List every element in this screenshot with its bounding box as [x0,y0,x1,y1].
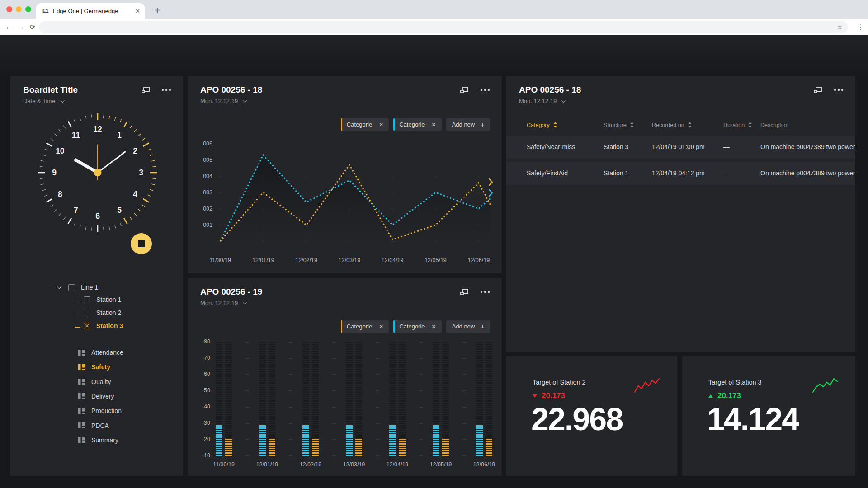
tab-title: Edge One | Germanedge [52,8,132,14]
close-window-button[interactable] [6,6,12,12]
tab-close-icon[interactable]: ✕ [135,8,140,14]
dashboard-grid-icon [78,364,85,370]
grid-dash [289,374,292,375]
grid-dash [245,439,249,440]
more-options-icon[interactable] [161,89,171,91]
clock-number: 6 [95,211,100,221]
cell-description: On machine p0047389 two power … [760,136,855,159]
sidebar-item-label: Safety [91,363,110,371]
x-axis-label: 12/06/19 [466,461,502,468]
popout-icon[interactable] [814,87,822,93]
tree-item-station-1[interactable]: Station 1 [84,296,121,303]
sidebar-item-pdca[interactable]: PDCA [78,422,109,429]
table-row[interactable]: Safety/FirstAidStation 112/04/19 04:12 p… [506,162,855,185]
column-header-category[interactable]: Category [527,122,557,128]
column-header-duration[interactable]: Duration [723,122,752,128]
grid-dash [462,455,466,456]
x-axis-label: 11/30/19 [206,461,242,468]
grid-dash [376,455,379,456]
grid-dash [332,390,336,391]
sidebar-item-production[interactable]: Production [78,407,122,414]
zoom-window-button[interactable] [25,6,31,12]
x-axis-label: 12/02/19 [292,461,329,468]
svg-text:004: 004 [203,173,212,179]
column-label: Duration [723,122,745,128]
forward-icon[interactable]: → [15,22,26,33]
grid-dash [245,342,249,343]
grid-dash [462,358,466,359]
address-bar[interactable]: ☆ [39,21,848,33]
svg-text:12/06/19: 12/06/19 [467,257,490,263]
browser-tab[interactable]: E1 Edge One | Germanedge ✕ [36,3,145,19]
clock-number: 8 [58,190,62,199]
sidebar-item-summary[interactable]: Summary [78,436,118,444]
tree-connector [75,318,80,328]
sidebar-item-label: Production [91,407,122,414]
grid-dash [419,407,423,408]
svg-text:12/05/19: 12/05/19 [425,257,447,263]
sidebar-item-quality[interactable]: Quality [78,378,111,385]
browser-menu-icon[interactable]: ⋮ [856,22,865,33]
cell-duration: — [723,136,730,159]
grid-dash [376,358,379,359]
grid-dash [332,439,336,440]
grid-dash [289,358,292,359]
bar [346,424,353,456]
kpi-value: 14.124 [707,401,798,437]
sidebar-item-label: Quality [91,378,111,385]
boardlet-type-dropdown[interactable]: Date & Time [23,98,63,104]
tree-item-station-2[interactable]: Station 2 [84,309,121,316]
sparkline [634,378,660,395]
sidebar-item-delivery[interactable]: Delivery [78,393,114,400]
new-tab-button[interactable]: + [151,5,164,17]
svg-text:005: 005 [203,157,212,163]
kpi-card-station-2: Target of Station 2 20.173 22.968 [506,356,677,476]
cell-duration: — [723,162,730,185]
clock-number: 10 [56,146,65,155]
tree-item-station-3[interactable]: ✕Station 3 [84,322,123,329]
cell-category: Safety/FirstAid [527,162,568,185]
grid-dash [289,455,292,456]
back-icon[interactable]: ← [4,22,14,33]
grid-dash [289,439,292,440]
bookmark-star-icon[interactable]: ☆ [837,23,843,31]
grid-dash [376,423,379,424]
grid-dash [332,374,336,375]
panel-date-dropdown[interactable]: Mon. 12.12.19 [519,98,564,104]
column-label: Structure [604,122,627,128]
checkbox[interactable]: ✕ [84,323,90,329]
grid-dash [419,390,423,391]
bar [269,438,275,456]
table-row[interactable]: Safety/Near-missStation 312/04/19 01:00 … [506,136,855,159]
clock-stop-button[interactable] [131,233,152,254]
line-chart-panel: APO 00256 - 18 Mon. 12.12.19 Categorie✕C… [188,76,502,273]
sidebar-item-safety[interactable]: Safety [78,363,110,371]
bar [486,438,492,456]
bar [302,424,309,456]
dashboard-grid-icon [78,422,85,428]
panel-title: APO 00256 - 18 [519,85,581,95]
cell-description: On machine p0047389 two power … [760,162,855,185]
column-header-structure[interactable]: Structure [604,122,634,128]
grid-dash [202,390,206,391]
bar-chart: 102030405060708011/30/1912/01/1912/02/19… [188,278,502,476]
grid-dash [289,390,292,391]
clock-number: 3 [139,168,143,177]
sort-icon [748,122,752,128]
svg-text:12/02/19: 12/02/19 [295,257,317,263]
grid-dash [245,423,249,424]
column-header-recorded-on[interactable]: Recorded on [652,122,692,128]
more-options-icon[interactable] [834,89,844,91]
reload-icon[interactable]: ⟳ [27,22,38,33]
minimize-window-button[interactable] [16,6,22,12]
grid-dash [332,358,336,359]
grid-dash [376,374,379,375]
checkbox[interactable] [68,284,75,291]
tree-item-line-1[interactable]: Line 1 [57,284,98,291]
chevron-down-icon [60,98,65,103]
checkbox[interactable] [84,310,90,316]
sidebar-item-attendance[interactable]: Attendance [78,349,123,356]
checkbox[interactable] [84,296,90,303]
popout-icon[interactable] [142,87,150,93]
grid-dash [245,407,249,408]
